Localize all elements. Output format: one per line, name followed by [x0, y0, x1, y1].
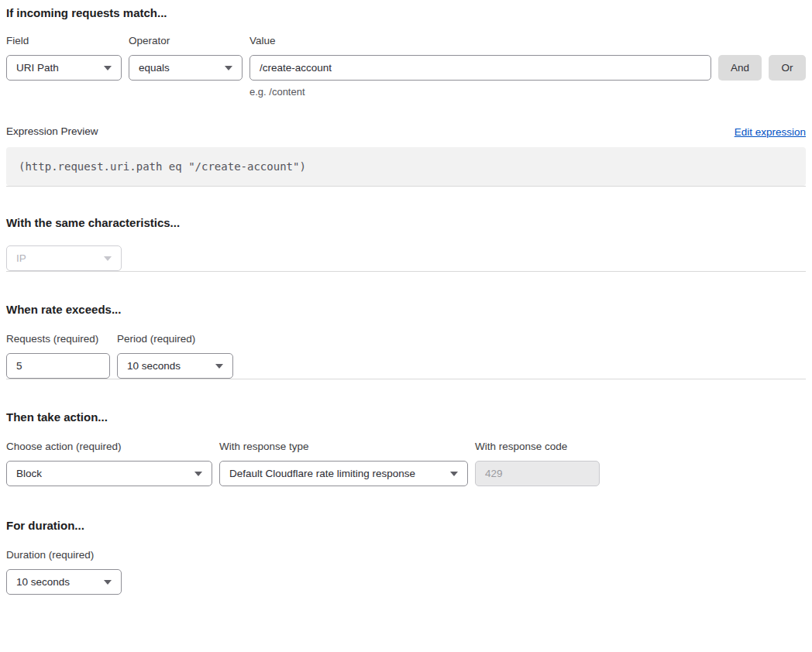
field-select-value: URI Path: [16, 62, 59, 74]
or-button[interactable]: Or: [769, 55, 806, 81]
expression-preview-label: Expression Preview: [6, 125, 98, 138]
period-label: Period (required): [117, 333, 233, 345]
duration-label: Duration (required): [6, 549, 122, 561]
period-select[interactable]: 10 seconds: [117, 353, 233, 379]
operator-label: Operator: [129, 35, 243, 47]
requests-input[interactable]: [6, 353, 110, 379]
chevron-down-icon: [215, 364, 223, 369]
expression-builder-row: Field URI Path Operator equals Value e.g…: [6, 35, 806, 98]
section-divider: [6, 379, 806, 379]
and-button[interactable]: And: [718, 55, 762, 81]
value-input[interactable]: [249, 55, 711, 81]
operator-select[interactable]: equals: [129, 55, 243, 81]
action-section-heading: Then take action...: [6, 410, 806, 424]
response-type-select[interactable]: Default Cloudflare rate limiting respons…: [219, 461, 468, 486]
action-select-value: Block: [16, 468, 42, 479]
expression-preview-code: (http.request.uri.path eq "/create-accou…: [6, 147, 806, 186]
duration-select-value: 10 seconds: [16, 576, 70, 588]
match-section-heading: If incoming requests match...: [6, 6, 806, 20]
expression-preview-header: Expression Preview Edit expression: [6, 125, 806, 138]
field-label: Field: [6, 35, 122, 47]
duration-field: Duration (required) 10 seconds: [6, 549, 122, 595]
characteristic-select: IP: [6, 245, 122, 271]
characteristic-select-value: IP: [16, 252, 26, 264]
rate-fields-row: Requests (required) Period (required) 10…: [6, 333, 806, 379]
duration-section-heading: For duration...: [6, 519, 806, 533]
edit-expression-link[interactable]: Edit expression: [735, 126, 806, 138]
response-code-input: [475, 461, 600, 486]
field-select[interactable]: URI Path: [6, 55, 122, 81]
chevron-down-icon: [450, 472, 458, 476]
value-hint: e.g. /content: [249, 86, 711, 98]
chevron-down-icon: [104, 66, 112, 70]
section-divider: [6, 186, 806, 187]
response-type-label: With response type: [219, 441, 468, 453]
action-select[interactable]: Block: [6, 461, 212, 486]
response-code-label: With response code: [475, 441, 600, 453]
chevron-down-icon: [225, 66, 232, 70]
chevron-down-icon: [104, 580, 112, 585]
response-type-select-value: Default Cloudflare rate limiting respons…: [229, 468, 415, 479]
requests-label: Requests (required): [6, 333, 110, 345]
period-select-value: 10 seconds: [127, 360, 181, 372]
section-divider: [6, 271, 806, 272]
characteristics-section-heading: With the same characteristics...: [6, 216, 806, 230]
action-fields-row: Choose action (required) Block With resp…: [6, 441, 806, 486]
operator-select-value: equals: [139, 62, 170, 74]
andor-button-group: And Or: [718, 35, 806, 81]
chevron-down-icon: [104, 256, 112, 261]
value-label: Value: [249, 35, 711, 47]
duration-select[interactable]: 10 seconds: [6, 569, 122, 595]
rate-section-heading: When rate exceeds...: [6, 303, 806, 317]
chevron-down-icon: [194, 472, 202, 476]
choose-action-label: Choose action (required): [6, 441, 212, 453]
